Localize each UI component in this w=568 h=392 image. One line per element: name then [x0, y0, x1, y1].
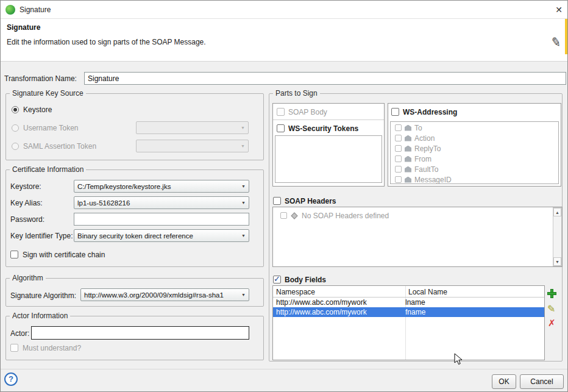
actor-input[interactable]	[31, 326, 249, 340]
ws-addressing-checkbox[interactable]	[391, 108, 399, 116]
dialog-header: Signature Edit the information used to s…	[1, 19, 567, 62]
ws-security-tokens-label: WS-Security Tokens	[288, 124, 358, 133]
header-part-icon	[405, 177, 411, 183]
cell-namespace: http://www.abc.com/mywork	[273, 307, 402, 317]
key-alias-label: Key Alias:	[10, 199, 43, 207]
header-part-icon	[405, 146, 411, 152]
soap-headers-empty-text: No SOAP Headers defined	[302, 212, 389, 220]
header-part-icon	[405, 135, 411, 141]
ws-addressing-item[interactable]: FaultTo	[391, 164, 558, 174]
header-accent-bar	[565, 19, 567, 54]
body-fields-checkbox[interactable]	[273, 276, 281, 283]
signature-pen-icon: ✎	[550, 34, 563, 51]
ws-addressing-label: WS-Addressing	[403, 108, 457, 116]
soap-headers-scrollbar[interactable]: ▲ ▼	[553, 207, 562, 266]
close-icon[interactable]: ✕	[552, 4, 566, 16]
scroll-down-icon[interactable]: ▼	[553, 257, 561, 266]
dropdown-arrow-icon: ▼	[241, 126, 245, 130]
group-title-algorithm: Algorithm	[10, 274, 46, 282]
group-title-actor: Actor Information	[10, 312, 70, 320]
radio-username-token-label: Username Token	[23, 124, 79, 132]
group-title-certificate: Certificate Information	[10, 165, 86, 174]
sign-with-certificate-chain-label: Sign with certificate chain	[23, 251, 105, 259]
radio-keystore-label: Keystore	[23, 105, 52, 114]
cancel-button[interactable]: Cancel	[520, 374, 564, 389]
password-input[interactable]	[74, 213, 249, 226]
username-token-combo[interactable]: ▼	[136, 121, 249, 134]
table-row[interactable]: http://www.abc.com/mywork lname	[273, 298, 544, 307]
radio-saml-token-label: SAML Assertion Token	[23, 142, 96, 151]
ws-addressing-item[interactable]: Action	[391, 133, 558, 143]
transformation-name-label: Transformation Name:	[4, 74, 77, 83]
must-understand-checkbox[interactable]	[10, 344, 18, 352]
window-title: Signature	[20, 5, 51, 14]
item-checkbox	[395, 166, 402, 173]
item-label: ReplyTo	[414, 144, 441, 153]
item-checkbox	[395, 135, 402, 141]
password-label: Password:	[10, 215, 44, 224]
add-row-icon[interactable]	[547, 289, 556, 298]
key-alias-combo[interactable]: lp1-us-51628216 ▼	[74, 196, 249, 209]
key-identifier-type-combo[interactable]: Binary security token direct reference ▼	[74, 229, 249, 242]
soap-headers-checkbox[interactable]	[273, 197, 281, 205]
cell-local-name: lname	[402, 298, 544, 307]
ws-addressing-item[interactable]: From	[391, 154, 558, 164]
key-identifier-type-combo-value: Binary security token direct reference	[77, 232, 193, 240]
edit-row-icon[interactable]: ✎	[547, 303, 555, 315]
scroll-up-icon[interactable]: ▲	[553, 208, 561, 216]
delete-row-icon[interactable]: ✗	[548, 318, 556, 329]
body-fields-label: Body Fields	[285, 276, 326, 284]
key-alias-combo-value: lp1-us-51628216	[77, 199, 130, 207]
ws-addressing-item[interactable]: MessageID	[391, 174, 558, 184]
radio-username-token[interactable]	[12, 124, 19, 132]
saml-token-combo[interactable]: ▼	[136, 140, 249, 152]
ws-security-tokens-list[interactable]	[275, 135, 382, 183]
ws-addressing-item[interactable]: To	[391, 123, 558, 133]
dropdown-arrow-icon: ▼	[241, 293, 246, 297]
dropdown-arrow-icon: ▼	[241, 201, 246, 205]
item-label: MessageID	[414, 176, 452, 184]
item-label: Action	[414, 134, 435, 143]
signature-algorithm-combo-value: http://www.w3.org/2000/09/xmldsig#rsa-sh…	[84, 291, 224, 299]
radio-keystore[interactable]	[12, 106, 19, 113]
ok-button[interactable]: OK	[492, 374, 516, 389]
key-identifier-type-label: Key Identifier Type:	[10, 232, 73, 240]
signature-dialog: Signature ✕ Signature Edit the informati…	[0, 0, 568, 392]
column-header-local-name[interactable]: Local Name	[408, 288, 447, 296]
header-title: Signature	[7, 23, 40, 32]
actor-label: Actor:	[10, 329, 29, 338]
column-header-namespace[interactable]: Namespace	[276, 288, 315, 296]
soap-body-checkbox[interactable]	[277, 108, 285, 116]
radio-saml-token[interactable]	[12, 143, 19, 150]
item-label: From	[414, 155, 431, 163]
cell-local-name: fname	[402, 307, 544, 317]
keystore-combo-value: C:/Temp/keystore/keystore.jks	[77, 183, 171, 190]
panel-divider	[273, 119, 384, 120]
soap-headers-label: SOAP Headers	[285, 197, 336, 205]
help-button[interactable]: ?	[4, 372, 18, 386]
soap-body-label: SOAP Body	[288, 108, 327, 116]
ws-security-tokens-checkbox[interactable]	[277, 124, 285, 132]
item-checkbox	[395, 155, 402, 162]
signature-algorithm-combo[interactable]: http://www.w3.org/2000/09/xmldsig#rsa-sh…	[80, 288, 249, 301]
transformation-name-input[interactable]	[84, 72, 566, 85]
dropdown-arrow-icon: ▼	[241, 144, 245, 148]
header-part-icon	[405, 125, 411, 131]
table-row[interactable]: http://www.abc.com/mywork fname	[273, 307, 544, 317]
title-bar: Signature ✕	[1, 1, 567, 19]
keystore-label: Keystore:	[10, 182, 41, 191]
ws-addressing-list: To Action ReplyTo From FaultTo MessageID	[391, 123, 558, 184]
item-checkbox	[395, 124, 402, 131]
sign-with-certificate-chain-checkbox[interactable]	[10, 251, 18, 258]
keystore-combo[interactable]: C:/Temp/keystore/keystore.jks ▼	[74, 180, 249, 193]
cell-namespace: http://www.abc.com/mywork	[273, 298, 402, 307]
item-checkbox	[395, 145, 402, 152]
ws-addressing-item[interactable]: ReplyTo	[391, 143, 558, 154]
group-title-parts-to-sign: Parts to Sign	[273, 89, 320, 98]
soap-headers-item-checkbox	[280, 212, 287, 219]
item-label: FaultTo	[414, 165, 438, 174]
body-fields-rows: http://www.abc.com/mywork lname http://w…	[273, 298, 544, 317]
must-understand-label: Must understand?	[23, 344, 81, 352]
group-title-key-source: Signature Key Source	[10, 89, 86, 98]
dropdown-arrow-icon: ▼	[241, 233, 246, 238]
